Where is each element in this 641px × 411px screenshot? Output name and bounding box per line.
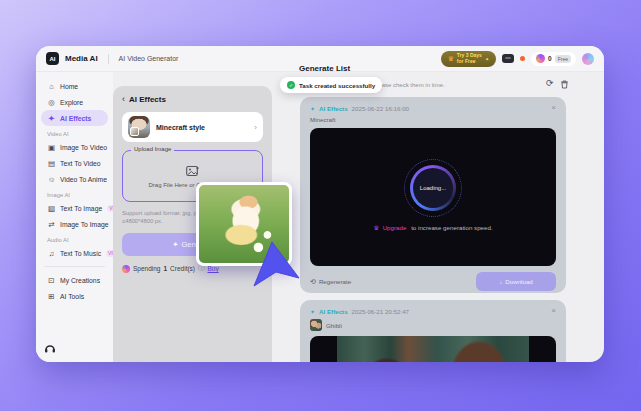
sidebar-section-video-ai: Video AI	[47, 131, 108, 137]
toast-task-created: ✓ Task created successfully	[280, 77, 382, 93]
support-headset-icon[interactable]	[44, 344, 56, 354]
credit-coin-icon	[122, 265, 130, 273]
media-ai-logo-icon: AI	[46, 52, 59, 65]
regenerate-icon: ⟲	[310, 278, 316, 286]
sidebar-label: Video To Anime	[60, 176, 107, 183]
sidebar-label: AI Effects	[60, 115, 91, 122]
sidebar-item-text-to-music[interactable]: ♫ Text To Music VIP Free	[41, 245, 108, 261]
sidebar-section-image-ai: Image AI	[47, 192, 108, 198]
upgrade-hint: ♛ Upgrade to increase generation speed.	[310, 224, 556, 231]
product-name: Media AI	[65, 54, 98, 63]
sparkle-icon: ✦	[310, 308, 315, 315]
generate-card-minecraft: ✦ AI Effects 2025-06-22 16:16:00 × Minec…	[300, 97, 566, 293]
explore-icon: ◎	[47, 98, 56, 107]
plan-badge: Free	[555, 55, 571, 63]
app-window: AI Media AI AI Video Generator ♛ Try 3 D…	[36, 46, 604, 362]
credit-coin-icon	[536, 54, 545, 63]
image-to-image-icon: ⇄	[47, 220, 56, 229]
nav-ai-video-generator[interactable]: AI Video Generator	[119, 55, 179, 62]
regenerate-button[interactable]: ⟲ Regenerate	[310, 278, 351, 286]
trial-button[interactable]: ♛ Try 3 Days for Free ✦	[441, 51, 497, 67]
sidebar-item-ai-tools[interactable]: ⊞ AI Tools	[41, 288, 108, 304]
loading-spinner: Loading...	[410, 165, 456, 211]
toast-message: Task created successfully	[299, 82, 375, 89]
panel-title: AI Effects	[129, 95, 166, 104]
text-to-image-icon: ▧	[47, 204, 56, 213]
video-preview	[310, 336, 556, 362]
user-avatar[interactable]	[582, 53, 594, 65]
generate-list-title: Generate List	[299, 64, 350, 73]
sparkle-icon: ✦	[310, 105, 315, 112]
card-timestamp: 2025-06-22 16:16:00	[352, 105, 409, 112]
sidebar-item-explore[interactable]: ◎ Explore	[41, 94, 108, 110]
sidebar: ⌂ Home ◎ Explore ✦ AI Effects Video AI ▣…	[36, 72, 113, 362]
sidebar-item-image-to-image[interactable]: ⇄ Image To Image VIP Free	[41, 216, 108, 232]
card-tag: AI Effects	[319, 105, 348, 112]
close-icon[interactable]: ×	[551, 104, 556, 112]
sidebar-item-video-to-anime[interactable]: ☺ Video To Anime	[41, 171, 108, 187]
ai-tools-icon: ⊞	[47, 292, 56, 301]
card-timestamp: 2025-06-21 20:52:47	[352, 308, 409, 315]
sidebar-item-my-creations[interactable]: ⊡ My Creations	[41, 272, 108, 288]
card-style-label: Minecraft	[310, 116, 556, 123]
sidebar-label: My Creations	[60, 277, 100, 284]
sidebar-section-audio-ai: Audio AI	[47, 237, 108, 243]
video-preview: Loading... ♛ Upgrade to increase generat…	[310, 128, 556, 266]
sidebar-item-text-to-video[interactable]: ▤ Text To Video	[41, 155, 108, 171]
sidebar-label: Explore	[60, 99, 83, 106]
credits-count: 0	[548, 55, 552, 62]
sparkle-icon: ✦	[172, 240, 178, 249]
generated-video-frame	[337, 336, 529, 362]
my-creations-icon: ⊡	[47, 276, 56, 285]
generate-card-ghibli: ✦ AI Effects 2025-06-21 20:52:47 × Ghibl…	[300, 300, 566, 362]
check-icon: ✓	[287, 81, 295, 89]
ghibli-style-thumbnail	[310, 319, 322, 331]
minecraft-style-thumbnail	[128, 116, 150, 138]
credits-pill[interactable]: 0 Free	[531, 52, 576, 66]
image-to-video-icon: ▣	[47, 143, 56, 152]
sidebar-label: AI Tools	[60, 293, 84, 300]
text-to-video-icon: ▤	[47, 159, 56, 168]
sidebar-label: Home	[60, 83, 78, 90]
credit-amount: 1	[163, 265, 167, 272]
video-to-anime-icon: ☺	[47, 175, 56, 184]
sidebar-label: Image To Image	[60, 221, 109, 228]
download-app-icon[interactable]	[502, 54, 514, 63]
download-icon: ↓	[499, 278, 502, 285]
refresh-icon[interactable]: ⟳	[546, 78, 554, 88]
text-to-music-icon: ♫	[47, 249, 56, 258]
crown-icon: ♛	[373, 224, 379, 231]
sidebar-label: Text To Video	[60, 160, 101, 167]
image-upload-icon	[186, 165, 200, 177]
sparkle-icon: ✦	[485, 56, 489, 62]
delete-icon[interactable]	[560, 80, 569, 89]
loading-text: Loading...	[420, 185, 446, 191]
sidebar-item-image-to-video[interactable]: ▣ Image To Video	[41, 139, 108, 155]
cursor-pointer-icon	[252, 240, 302, 290]
sidebar-item-text-to-image[interactable]: ▧ Text To Image VIP Free	[41, 200, 108, 216]
style-name: Minecraft style	[156, 124, 248, 131]
style-selector[interactable]: Minecraft style ›	[122, 112, 263, 142]
topbar-divider	[108, 54, 109, 64]
close-icon[interactable]: ×	[551, 307, 556, 315]
home-icon: ⌂	[47, 82, 56, 91]
notification-dot[interactable]	[520, 56, 525, 61]
buy-link[interactable]: Buy	[208, 265, 219, 272]
card-style-label: Ghibli	[326, 322, 342, 329]
sidebar-divider	[44, 266, 105, 267]
sidebar-label: Text To Music	[60, 250, 101, 257]
download-button[interactable]: ↓ Download	[476, 272, 556, 291]
sidebar-label: Image To Video	[60, 144, 107, 151]
ai-effects-icon: ✦	[47, 114, 56, 123]
crown-icon: ♛	[448, 55, 454, 62]
back-chevron-icon[interactable]: ‹	[122, 95, 125, 104]
sidebar-item-ai-effects[interactable]: ✦ AI Effects	[41, 110, 108, 126]
chevron-right-icon: ›	[254, 123, 257, 132]
upgrade-link[interactable]: Upgrade	[383, 224, 407, 231]
upload-label: Upload Image	[131, 146, 174, 152]
trial-line2: for Free	[457, 58, 476, 64]
sidebar-label: Text To Image	[60, 205, 102, 212]
sidebar-item-home[interactable]: ⌂ Home	[41, 78, 108, 94]
card-tag: AI Effects	[319, 308, 348, 315]
